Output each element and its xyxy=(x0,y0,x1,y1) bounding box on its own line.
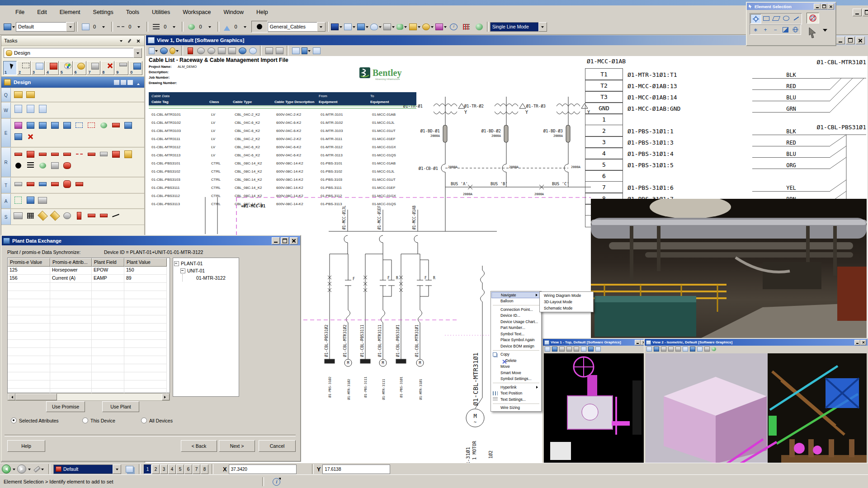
terminal-row[interactable]: 5 Ø1-PBS-31Ø1:5 ORG xyxy=(585,159,830,170)
globe-icon[interactable] xyxy=(185,21,198,32)
terminal-row[interactable]: 4 Ø1-PBS-31Ø1:4 BLU xyxy=(585,148,830,159)
close-icon[interactable] xyxy=(860,340,866,345)
restore-icon[interactable] xyxy=(863,9,868,16)
select-line-icon[interactable] xyxy=(791,14,801,23)
view-brightness-icon[interactable] xyxy=(170,47,179,55)
view-attributes-icon[interactable] xyxy=(159,47,168,55)
tool-icon[interactable] xyxy=(37,149,48,159)
menu-item-copy[interactable]: Copy xyxy=(491,352,541,358)
tool-icon[interactable] xyxy=(74,120,85,130)
terminal-row[interactable]: T1 Ø1-MTR-31Ø1:T1 BLK xyxy=(585,69,830,80)
update-view-icon[interactable] xyxy=(302,47,311,55)
view-tool-icon[interactable] xyxy=(646,347,652,352)
select-shape-icon[interactable] xyxy=(771,14,781,23)
view-tool-icon[interactable] xyxy=(588,347,594,352)
terminal-row[interactable]: 2 Ø1-PBS-31Ø1:1 BLK xyxy=(585,125,830,136)
x-coordinate-input[interactable] xyxy=(229,465,297,474)
palette-expand-icon[interactable] xyxy=(823,32,827,40)
dropdown-icon[interactable] xyxy=(97,21,110,32)
terminal-row[interactable]: 6 xyxy=(585,170,830,182)
scroll-left-icon[interactable] xyxy=(8,394,15,400)
dropdown-icon[interactable] xyxy=(132,21,145,32)
zoom-text-icon[interactable] xyxy=(186,47,195,55)
view-toggle-button[interactable]: 3 xyxy=(160,465,168,474)
minimize-icon[interactable] xyxy=(814,4,821,9)
dialog-titlebar[interactable]: Plant Data Exchange xyxy=(2,236,300,245)
column-header[interactable]: Plant Field xyxy=(92,258,124,267)
task-combo[interactable]: Design xyxy=(4,48,142,58)
cable-combo[interactable]: General_Cables xyxy=(268,22,326,32)
task-tool-1[interactable]: 1 xyxy=(3,61,17,75)
view-isometric-canvas[interactable] xyxy=(646,353,867,463)
menu-item-device-bom-assign[interactable]: Device BOM assign xyxy=(491,343,541,349)
view-tool-icon[interactable] xyxy=(552,347,557,352)
table-icon[interactable] xyxy=(356,21,369,32)
line-style-icon[interactable] xyxy=(79,21,92,32)
tool-icon[interactable] xyxy=(61,120,72,130)
task-tool-6[interactable]: 6 xyxy=(73,61,87,75)
terminal-row[interactable]: 1 xyxy=(585,114,830,125)
window-area-icon[interactable] xyxy=(217,47,226,55)
tool-icon[interactable] xyxy=(13,149,24,159)
green-globe-icon[interactable] xyxy=(473,21,486,32)
tool-icon[interactable] xyxy=(13,160,24,170)
tool-icon[interactable] xyxy=(98,211,109,221)
line-dash-icon[interactable] xyxy=(114,21,127,32)
element-selection-titlebar[interactable]: Element Selection xyxy=(747,3,835,10)
image-icon[interactable] xyxy=(382,21,396,32)
tree-node-unit[interactable]: UNIT-01 xyxy=(174,267,238,274)
menu-item[interactable]: Utilities xyxy=(152,9,170,15)
pen-icon[interactable] xyxy=(33,464,45,474)
tool-icon[interactable] xyxy=(25,89,36,99)
select-globe-icon[interactable] xyxy=(790,25,800,34)
view-tool-icon[interactable] xyxy=(595,347,601,352)
close-icon[interactable] xyxy=(827,4,834,9)
menu-item-balloon[interactable]: Balloon xyxy=(491,298,541,305)
tool-icon[interactable] xyxy=(86,149,97,159)
tool-icon[interactable] xyxy=(13,89,24,99)
task-tool-3[interactable]: 3 xyxy=(31,61,45,75)
view-toggle-button[interactable]: 6 xyxy=(184,465,192,474)
menu-item-symbol-text[interactable]: Symbol Text... xyxy=(491,331,541,337)
view-toggle-button[interactable]: 4 xyxy=(168,465,176,474)
close-icon[interactable] xyxy=(856,37,865,44)
y-coordinate-input[interactable] xyxy=(322,465,390,474)
view-toggle-button[interactable]: 2 xyxy=(152,465,160,474)
column-header[interactable]: Promis-e Value xyxy=(8,258,50,267)
task-tool-2[interactable]: 2 xyxy=(17,61,31,75)
view-top-canvas[interactable] xyxy=(544,353,647,463)
line-weight-icon[interactable] xyxy=(150,21,162,32)
minimize-icon[interactable] xyxy=(272,237,280,244)
use-promise-button[interactable]: Use Promise xyxy=(46,401,85,412)
menu-item-device-id[interactable]: Device ID... xyxy=(491,313,541,319)
attribute-row[interactable]: 156 Current (A) EAMP 89 xyxy=(8,275,170,283)
back-dropdown-icon[interactable] xyxy=(13,469,15,472)
triangle-icon[interactable] xyxy=(221,21,233,32)
flag-icon[interactable] xyxy=(434,21,448,32)
minimize-icon[interactable] xyxy=(836,37,845,44)
pan-view-icon[interactable] xyxy=(248,47,257,55)
close-icon[interactable] xyxy=(135,38,142,44)
view-tool-icon[interactable] xyxy=(574,347,579,352)
task-tool-5[interactable]: 5 xyxy=(59,61,73,75)
menu-item-wire-sizing[interactable]: Wire Sizing xyxy=(491,405,541,411)
tool-icon[interactable] xyxy=(86,211,97,221)
menu-item[interactable]: Workspace xyxy=(183,9,211,15)
view-tool-icon[interactable] xyxy=(697,347,703,352)
menu-item-symbol-settings[interactable]: Symbol Settings... xyxy=(491,376,541,382)
tool-icon[interactable] xyxy=(25,104,36,114)
tool-icon[interactable] xyxy=(13,179,24,189)
view-isometric-titlebar[interactable]: View 2 - Isometric, Default [Software Gr… xyxy=(645,339,868,346)
chevron-down-icon[interactable] xyxy=(118,38,124,44)
tool-icon[interactable] xyxy=(110,211,121,221)
tool-icon[interactable] xyxy=(25,131,36,141)
light-icon[interactable] xyxy=(421,21,434,32)
tool-icon[interactable] xyxy=(49,160,60,170)
menu-item-text-settings[interactable]: Text Settings... xyxy=(491,396,541,403)
menu-item[interactable]: Edit xyxy=(37,9,47,15)
task-tool-9[interactable]: 9 xyxy=(115,61,128,75)
tool-icon[interactable] xyxy=(13,211,24,221)
style-combo[interactable]: Default xyxy=(16,22,75,32)
column-header[interactable]: Plant Value xyxy=(124,258,167,267)
tool-icon[interactable] xyxy=(61,179,72,189)
